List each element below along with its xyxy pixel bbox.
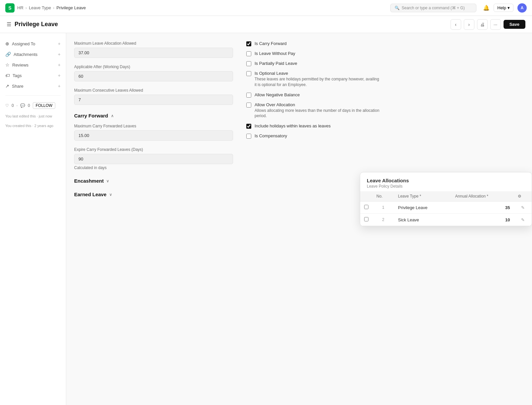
leave-allocations-popup: Leave Allocations Leave Policy Details N… — [360, 172, 532, 226]
content-inner: Maximum Leave Allocation Allowed 37.00 A… — [66, 33, 532, 210]
last-edited-text: You last edited this · just now — [0, 112, 66, 121]
is-leave-without-pay-checkbox[interactable] — [246, 51, 251, 56]
add-tags-icon[interactable]: + — [58, 73, 61, 78]
more-button[interactable]: ··· — [490, 19, 501, 30]
top-nav: S HR › Leave Type › Privilege Leave 🔍 Se… — [0, 0, 532, 16]
print-button[interactable]: 🖨 — [477, 19, 488, 30]
row-allocation: 35 — [451, 202, 514, 214]
row-checkbox[interactable] — [364, 217, 368, 221]
sidebar-item-reviews[interactable]: ☆ Reviews + — [0, 60, 66, 70]
encashment-chevron-icon[interactable]: ∨ — [106, 179, 109, 183]
is-optional-label: Is Optional Leave — [255, 71, 288, 76]
add-attachments-icon[interactable]: + — [58, 52, 61, 57]
include-holidays-checkbox[interactable] — [246, 124, 251, 129]
expire-carry-note: Calculated in days — [74, 165, 233, 170]
popup-header: Leave Allocations Leave Policy Details — [360, 172, 532, 191]
add-assigned-to-icon[interactable]: + — [58, 41, 61, 46]
check-include-holidays: Include holidays within leaves as leaves — [246, 123, 524, 129]
assigned-to-icon: ⊕ — [5, 41, 9, 46]
save-button[interactable]: Save — [504, 20, 525, 29]
is-carry-forward-label: Is Carry Forward — [255, 41, 287, 46]
carry-forward-title: Carry Forward — [74, 113, 108, 118]
row-checkbox-cell[interactable] — [360, 202, 372, 214]
is-carry-forward-checkbox[interactable] — [246, 41, 251, 46]
expire-carry-input[interactable]: 90 — [74, 154, 233, 164]
follow-row: ♡ 0 · 💬 0 FOLLOW — [0, 100, 66, 112]
add-reviews-icon[interactable]: + — [58, 62, 61, 68]
max-consecutive-field: Maximum Consecutive Leaves Allowed 7 — [74, 88, 233, 105]
carry-forward-chevron-icon[interactable]: ∧ — [111, 113, 114, 118]
popup-title: Leave Allocations — [367, 178, 525, 183]
share-icon: ↗ — [5, 83, 9, 89]
row-checkbox[interactable] — [364, 205, 368, 209]
sidebar-item-attachments[interactable]: 🔗 Attachments + — [0, 49, 66, 60]
next-button[interactable]: › — [464, 19, 474, 30]
table-header-leave-type: Leave Type * — [394, 191, 451, 202]
breadcrumb-leavetype[interactable]: Leave Type — [29, 5, 51, 10]
earned-leave-chevron-icon[interactable]: ∨ — [109, 192, 112, 197]
follow-button[interactable]: FOLLOW — [33, 102, 56, 109]
check-allow-negative: Allow Negative Balance — [246, 92, 524, 98]
sidebar-label-tags: Tags — [13, 73, 22, 78]
breadcrumb-sep2: › — [53, 5, 54, 10]
row-checkbox-cell[interactable] — [360, 214, 372, 226]
search-bar[interactable]: 🔍 Search or type a command (⌘ + G) — [390, 4, 476, 12]
help-button[interactable]: Help ▾ — [494, 4, 513, 12]
breadcrumb: HR › Leave Type › Privilege Leave — [17, 5, 86, 10]
sidebar-item-share[interactable]: ↗ Share + — [0, 81, 66, 91]
expire-carry-field: Expire Carry Forwarded Leaves (Days) 90 … — [74, 147, 233, 170]
is-compensatory-checkbox[interactable] — [246, 134, 251, 139]
main-layout: ⊕ Assigned To + 🔗 Attachments + ☆ Review… — [0, 33, 532, 405]
prev-button[interactable]: ‹ — [451, 19, 461, 30]
table-header-check — [360, 191, 372, 202]
applicable-after-input[interactable]: 60 — [74, 71, 233, 81]
allow-negative-checkbox[interactable] — [246, 93, 251, 98]
max-leave-label: Maximum Leave Allocation Allowed — [74, 41, 233, 46]
applicable-after-label: Applicable After (Working Days) — [74, 65, 233, 69]
sidebar-label-assigned-to: Assigned To — [12, 41, 35, 46]
breadcrumb-current: Privilege Leave — [56, 5, 86, 10]
check-is-carry-forward: Is Carry Forward — [246, 41, 524, 46]
form-column: Maximum Leave Allocation Allowed 37.00 A… — [74, 41, 233, 202]
sidebar-item-tags[interactable]: 🏷 Tags + — [0, 70, 66, 81]
reviews-icon: ☆ — [5, 62, 10, 68]
notification-bell[interactable]: 🔔 — [483, 5, 490, 11]
allow-over-allocation-checkbox[interactable] — [246, 103, 251, 108]
chevron-down-icon: ▾ — [508, 5, 510, 10]
table-header-gear[interactable]: ⚙ — [514, 191, 532, 202]
allow-over-allocation-desc: Allows allocating more leaves than the n… — [255, 108, 380, 119]
search-icon: 🔍 — [395, 6, 400, 10]
is-compensatory-label: Is Compensatory — [255, 133, 287, 138]
app-logo[interactable]: S — [5, 3, 15, 13]
comments-count: 0 — [28, 103, 30, 108]
earned-leave-section-header: Earned Leave ∨ — [74, 192, 233, 197]
expire-carry-label: Expire Carry Forwarded Leaves (Days) — [74, 147, 233, 152]
avatar[interactable]: A — [517, 3, 527, 13]
attachments-icon: 🔗 — [5, 52, 11, 57]
max-leave-field: Maximum Leave Allocation Allowed 37.00 — [74, 41, 233, 58]
sidebar-label-share: Share — [12, 84, 24, 89]
table-row: 2 Sick Leave 10 ✎ — [360, 214, 532, 226]
row-edit-icon[interactable]: ✎ — [514, 202, 532, 214]
include-holidays-label: Include holidays within leaves as leaves — [255, 123, 331, 128]
encashment-section-header: Encashment ∨ — [74, 178, 233, 184]
is-partially-paid-checkbox[interactable] — [246, 61, 251, 66]
max-carry-input[interactable]: 15.00 — [74, 130, 233, 141]
max-leave-input[interactable]: 37.00 — [74, 48, 233, 58]
check-is-compensatory: Is Compensatory — [246, 133, 524, 139]
heart-icon: ♡ — [5, 103, 9, 108]
max-carry-field: Maximum Carry Forwarded Leaves 15.00 — [74, 124, 233, 141]
menu-icon[interactable]: ☰ — [7, 21, 11, 27]
max-consecutive-input[interactable]: 7 — [74, 95, 233, 105]
sidebar-item-assigned-to[interactable]: ⊕ Assigned To + — [0, 38, 66, 49]
breadcrumb-hr[interactable]: HR — [17, 5, 24, 10]
is-partially-paid-label: Is Partially Paid Leave — [255, 61, 297, 66]
earned-leave-title: Earned Leave — [74, 192, 107, 197]
nav-right: 🔔 Help ▾ A — [483, 3, 527, 13]
sidebar: ⊕ Assigned To + 🔗 Attachments + ☆ Review… — [0, 33, 66, 405]
is-optional-checkbox[interactable] — [246, 71, 251, 76]
row-edit-icon[interactable]: ✎ — [514, 214, 532, 226]
header-actions: ‹ › 🖨 ··· Save — [451, 19, 525, 30]
add-share-icon[interactable]: + — [58, 83, 61, 89]
encashment-title: Encashment — [74, 178, 104, 184]
